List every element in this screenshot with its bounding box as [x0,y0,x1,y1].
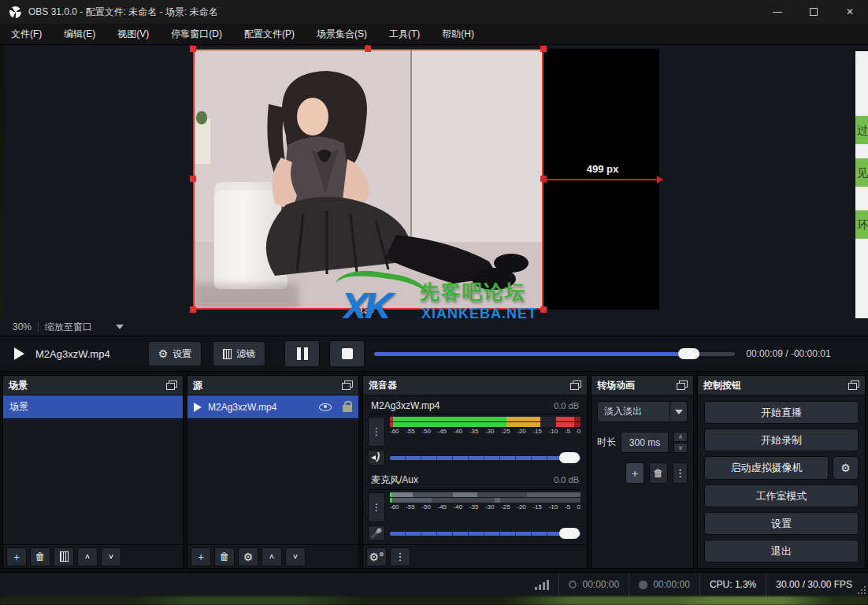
transition-menu-button[interactable]: ⋮ [673,462,688,484]
chevron-down-icon: ∨ [292,552,299,560]
move-source-up-button[interactable]: ∧ [262,547,282,566]
sources-list[interactable]: M2Ag3xzW.mp4 [187,395,358,544]
move-scene-up-button[interactable]: ∧ [77,547,98,566]
mixer-panel-header[interactable]: 混音器 [363,376,587,395]
channel-menu-button[interactable]: ⋮ [368,492,385,522]
pause-button[interactable] [284,340,320,367]
menu-bar: 文件(F) 编辑(E) 视图(V) 停靠窗口(D) 配置文件(P) 场景集合(S… [0,24,868,45]
chevron-down-icon[interactable] [116,325,124,329]
close-button[interactable]: ✕ [832,0,868,24]
chevron-up-icon: ∧ [269,552,275,560]
gear-icon: ⚙ [158,348,169,359]
menu-item-profile[interactable]: 配置文件(P) [233,24,306,45]
settings-button[interactable]: 设置 [704,512,859,535]
tick-label: -5 [565,428,570,435]
remove-transition-button[interactable]: 🗑 [649,462,668,484]
tick-label: -55 [406,503,415,510]
stop-button[interactable] [329,340,365,367]
selection-handle-top-right[interactable] [540,46,547,52]
selection-handle-top-left[interactable] [190,46,196,52]
transition-select[interactable]: 淡入淡出 [597,401,688,422]
media-settings-label: 设置 [172,347,191,361]
scenes-panel-header[interactable]: 场景 [3,376,183,395]
media-filters-button[interactable]: 滤镜 [213,341,265,366]
popout-dock-icon[interactable] [848,380,859,390]
scene-item[interactable]: 场景 [3,395,183,418]
tick-label: -35 [469,503,479,510]
media-settings-button[interactable]: ⚙ 设置 [148,341,202,366]
start-virtual-camera-button[interactable]: 启动虚拟摄像机 [704,456,829,480]
menu-item-docks[interactable]: 停靠窗口(D) [160,24,233,45]
menu-item-file[interactable]: 文件(F) [0,24,53,45]
tick-label: -20 [517,503,526,510]
channel-menu-button[interactable]: ⋮ [368,417,385,447]
mute-button-muted[interactable]: 🎤 [368,525,385,541]
record-icon [639,581,647,589]
volume-handle[interactable] [559,452,580,463]
virtual-camera-settings-button[interactable]: ⚙ [833,456,859,480]
lock-icon[interactable] [343,405,352,412]
title-bar[interactable]: OBS 31.0.0 - 配置文件: 未命名 - 场景: 未命名 — ✕ [0,0,868,24]
sources-panel: 源 M2Ag3xzW.mp4 ＋ 🗑 ⚙ ∧ ∨ [187,375,359,569]
dropdown-arrow[interactable] [670,402,687,421]
menu-item-help[interactable]: 帮助(H) [431,24,485,45]
move-source-down-button[interactable]: ∨ [285,547,306,566]
volume-handle[interactable] [559,528,580,539]
volume-slider[interactable] [390,456,581,460]
source-properties-button[interactable]: ⚙ [238,547,258,566]
tick-label: -20 [517,428,526,435]
spin-up-button[interactable]: ∧ [673,432,688,442]
menu-item-view[interactable]: 视图(V) [106,24,160,45]
rotation-handle[interactable] [366,45,369,51]
dock-area: 场景 场景 ＋ 🗑 ∧ ∨ 源 [0,372,868,572]
exit-button[interactable]: 退出 [704,540,859,562]
add-source-button[interactable]: ＋ [191,547,211,566]
transitions-panel-header[interactable]: 转场动画 [592,376,693,395]
duration-value: 300 ms [629,437,660,448]
start-recording-button[interactable]: 开始录制 [704,429,859,451]
popout-dock-icon[interactable] [570,380,581,390]
minimize-button[interactable]: — [759,0,796,24]
selection-handle-mid-left[interactable] [190,176,196,182]
mixer-menu-button[interactable]: ⋮ [390,547,410,566]
duration-input[interactable]: 300 ms [621,432,669,453]
visibility-eye-icon[interactable] [319,403,332,411]
partial-measure-label: 130 [358,305,374,316]
filter-icon [223,349,232,359]
volume-slider[interactable] [390,532,581,536]
maximize-button[interactable] [796,0,832,24]
add-scene-button[interactable]: ＋ [6,547,27,566]
popout-dock-icon[interactable] [342,380,353,390]
mute-button[interactable] [368,450,385,466]
advanced-audio-button[interactable]: ⚙⚙ [366,547,387,566]
selection-handle-bottom-left[interactable] [190,306,196,313]
scenes-list[interactable]: 场景 [3,395,183,544]
mixer-body[interactable]: M2Ag3xzW.mp4 0.0 dB ⋮ -60-55-50-45-40-35… [363,395,587,544]
source-item[interactable]: M2Ag3xzW.mp4 [187,395,358,418]
zoom-mode[interactable]: 缩放至窗口 [45,321,92,334]
resize-grip[interactable] [858,586,866,594]
add-transition-button[interactable]: ＋ [625,462,644,484]
audio-level-meter [390,417,581,421]
media-progress-slider[interactable] [374,352,735,356]
menu-item-scene-collection[interactable]: 场景集合(S) [306,24,378,45]
controls-panel-header[interactable]: 控制按钮 [698,376,865,395]
sources-panel-header[interactable]: 源 [187,376,358,395]
remove-source-button[interactable]: 🗑 [214,547,235,566]
menu-item-edit[interactable]: 编辑(E) [53,24,106,45]
menu-item-tools[interactable]: 工具(T) [378,24,431,45]
popout-dock-icon[interactable] [677,380,688,390]
selection-handle-bottom-right[interactable] [540,306,547,313]
scene-filters-button[interactable] [54,547,74,566]
preview-area[interactable]: 499 px 130 XK 先客吧论坛 XIANKEBA.NET 过 见 环 [0,45,868,318]
spin-down-button[interactable]: ∨ [673,443,688,453]
transitions-body: 淡入淡出 时长 300 ms ∧ ∨ ＋ 🗑 ⋮ [592,395,693,568]
studio-mode-button[interactable]: 工作室模式 [704,484,859,507]
media-progress-handle[interactable] [678,348,699,359]
move-scene-down-button[interactable]: ∨ [101,547,121,566]
remove-scene-button[interactable]: 🗑 [30,547,50,566]
media-filename: M2Ag3xzW.mp4 [35,348,110,360]
popout-dock-icon[interactable] [166,380,177,390]
start-streaming-button[interactable]: 开始直播 [704,401,859,424]
video-source-preview[interactable] [193,49,543,310]
